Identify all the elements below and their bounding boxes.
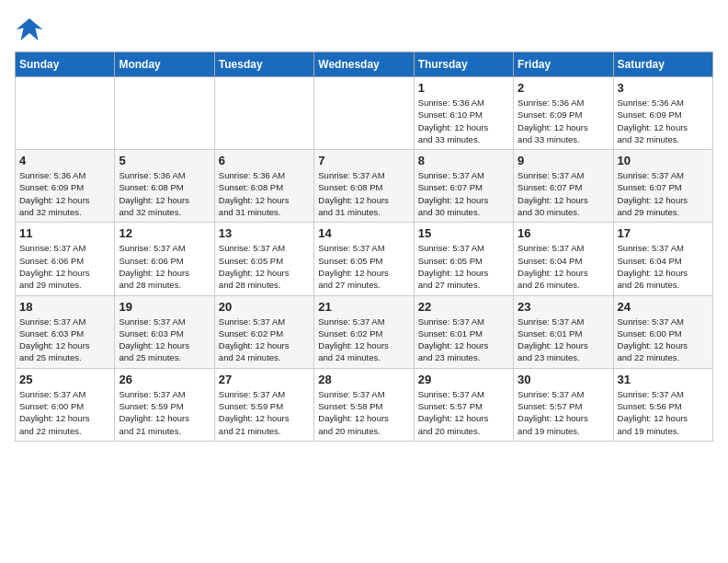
day-info: Sunrise: 5:37 AM Sunset: 6:04 PM Dayligh… [518, 242, 609, 291]
header [15, 15, 713, 44]
weekday-header-row: Sunday Monday Tuesday Wednesday Thursday… [16, 52, 713, 77]
day-info: Sunrise: 5:37 AM Sunset: 6:08 PM Dayligh… [318, 169, 409, 218]
header-thursday: Thursday [414, 52, 513, 77]
svg-marker-0 [17, 18, 43, 40]
day-number: 29 [418, 373, 509, 386]
day-info: Sunrise: 5:37 AM Sunset: 6:01 PM Dayligh… [418, 316, 509, 364]
day-info: Sunrise: 5:37 AM Sunset: 6:00 PM Dayligh… [19, 388, 110, 437]
calendar-cell: 14Sunrise: 5:37 AM Sunset: 6:05 PM Dayli… [314, 223, 414, 295]
calendar-week-4: 18Sunrise: 5:37 AM Sunset: 6:03 PM Dayli… [16, 295, 713, 368]
day-number: 25 [19, 373, 110, 386]
day-number: 23 [518, 300, 609, 314]
day-number: 22 [418, 300, 509, 314]
header-friday: Friday [514, 52, 613, 77]
day-info: Sunrise: 5:37 AM Sunset: 5:58 PM Dayligh… [318, 388, 409, 437]
calendar-cell [16, 77, 115, 150]
calendar-cell: 5Sunrise: 5:36 AM Sunset: 6:08 PM Daylig… [115, 150, 214, 223]
day-info: Sunrise: 5:37 AM Sunset: 5:59 PM Dayligh… [119, 388, 210, 437]
day-number: 18 [19, 300, 110, 314]
calendar-week-3: 11Sunrise: 5:37 AM Sunset: 6:06 PM Dayli… [16, 223, 713, 295]
day-info: Sunrise: 5:37 AM Sunset: 5:56 PM Dayligh… [618, 388, 709, 437]
day-number: 7 [318, 154, 409, 167]
logo-icon [15, 15, 44, 44]
day-info: Sunrise: 5:36 AM Sunset: 6:09 PM Dayligh… [19, 169, 110, 218]
day-info: Sunrise: 5:37 AM Sunset: 6:04 PM Dayligh… [618, 242, 709, 291]
day-number: 16 [518, 226, 609, 240]
header-sunday: Sunday [16, 52, 115, 77]
day-info: Sunrise: 5:37 AM Sunset: 6:06 PM Dayligh… [119, 242, 210, 291]
calendar-cell: 18Sunrise: 5:37 AM Sunset: 6:03 PM Dayli… [16, 295, 115, 368]
calendar-cell [115, 77, 214, 150]
day-number: 30 [518, 373, 609, 386]
calendar-cell [214, 77, 313, 150]
calendar-cell: 23Sunrise: 5:37 AM Sunset: 6:01 PM Dayli… [514, 295, 613, 368]
header-wednesday: Wednesday [314, 52, 414, 77]
calendar-cell: 9Sunrise: 5:37 AM Sunset: 6:07 PM Daylig… [514, 150, 613, 223]
calendar-cell: 29Sunrise: 5:37 AM Sunset: 5:57 PM Dayli… [414, 368, 513, 441]
day-info: Sunrise: 5:36 AM Sunset: 6:08 PM Dayligh… [219, 169, 310, 218]
calendar-cell [314, 77, 414, 150]
day-info: Sunrise: 5:36 AM Sunset: 6:08 PM Dayligh… [119, 169, 210, 218]
calendar-cell: 19Sunrise: 5:37 AM Sunset: 6:03 PM Dayli… [115, 295, 214, 368]
calendar-cell: 21Sunrise: 5:37 AM Sunset: 6:02 PM Dayli… [314, 295, 414, 368]
day-number: 24 [618, 300, 709, 314]
logo [15, 15, 48, 44]
header-monday: Monday [115, 52, 214, 77]
calendar-cell: 26Sunrise: 5:37 AM Sunset: 5:59 PM Dayli… [115, 368, 214, 441]
day-number: 26 [119, 373, 210, 386]
day-number: 20 [219, 300, 310, 314]
day-number: 15 [418, 226, 509, 240]
day-info: Sunrise: 5:37 AM Sunset: 6:00 PM Dayligh… [618, 316, 709, 364]
day-number: 11 [19, 226, 110, 240]
calendar-cell: 4Sunrise: 5:36 AM Sunset: 6:09 PM Daylig… [16, 150, 115, 223]
header-tuesday: Tuesday [214, 52, 313, 77]
day-number: 5 [119, 154, 210, 167]
calendar-cell: 12Sunrise: 5:37 AM Sunset: 6:06 PM Dayli… [115, 223, 214, 295]
day-info: Sunrise: 5:37 AM Sunset: 6:03 PM Dayligh… [19, 316, 110, 364]
day-info: Sunrise: 5:37 AM Sunset: 6:02 PM Dayligh… [318, 316, 409, 364]
calendar-body: 1Sunrise: 5:36 AM Sunset: 6:10 PM Daylig… [16, 77, 713, 442]
calendar-cell: 24Sunrise: 5:37 AM Sunset: 6:00 PM Dayli… [613, 295, 712, 368]
calendar-cell: 20Sunrise: 5:37 AM Sunset: 6:02 PM Dayli… [214, 295, 313, 368]
day-number: 8 [418, 154, 509, 167]
calendar-cell: 15Sunrise: 5:37 AM Sunset: 6:05 PM Dayli… [414, 223, 513, 295]
day-number: 13 [219, 226, 310, 240]
day-info: Sunrise: 5:37 AM Sunset: 6:07 PM Dayligh… [418, 169, 509, 218]
day-info: Sunrise: 5:37 AM Sunset: 6:05 PM Dayligh… [318, 242, 409, 291]
calendar-cell: 8Sunrise: 5:37 AM Sunset: 6:07 PM Daylig… [414, 150, 513, 223]
day-info: Sunrise: 5:37 AM Sunset: 6:02 PM Dayligh… [219, 316, 310, 364]
calendar-cell: 11Sunrise: 5:37 AM Sunset: 6:06 PM Dayli… [16, 223, 115, 295]
day-info: Sunrise: 5:37 AM Sunset: 6:05 PM Dayligh… [418, 242, 509, 291]
calendar-cell: 22Sunrise: 5:37 AM Sunset: 6:01 PM Dayli… [414, 295, 513, 368]
day-info: Sunrise: 5:36 AM Sunset: 6:09 PM Dayligh… [618, 97, 709, 145]
day-number: 9 [518, 154, 609, 167]
day-info: Sunrise: 5:37 AM Sunset: 6:06 PM Dayligh… [19, 242, 110, 291]
day-info: Sunrise: 5:37 AM Sunset: 6:07 PM Dayligh… [518, 169, 609, 218]
day-number: 14 [318, 226, 409, 240]
day-info: Sunrise: 5:37 AM Sunset: 6:03 PM Dayligh… [119, 316, 210, 364]
day-number: 31 [618, 373, 709, 386]
calendar-week-1: 1Sunrise: 5:36 AM Sunset: 6:10 PM Daylig… [16, 77, 713, 150]
day-number: 21 [318, 300, 409, 314]
calendar-week-5: 25Sunrise: 5:37 AM Sunset: 6:00 PM Dayli… [16, 368, 713, 441]
calendar-cell: 3Sunrise: 5:36 AM Sunset: 6:09 PM Daylig… [613, 77, 712, 150]
day-number: 1 [418, 81, 509, 95]
day-info: Sunrise: 5:37 AM Sunset: 6:01 PM Dayligh… [518, 316, 609, 364]
calendar-cell: 31Sunrise: 5:37 AM Sunset: 5:56 PM Dayli… [613, 368, 712, 441]
day-info: Sunrise: 5:37 AM Sunset: 6:05 PM Dayligh… [219, 242, 310, 291]
day-number: 3 [618, 81, 709, 95]
day-number: 27 [219, 373, 310, 386]
calendar-cell: 10Sunrise: 5:37 AM Sunset: 6:07 PM Dayli… [613, 150, 712, 223]
day-info: Sunrise: 5:37 AM Sunset: 5:57 PM Dayligh… [418, 388, 509, 437]
calendar-cell: 13Sunrise: 5:37 AM Sunset: 6:05 PM Dayli… [214, 223, 313, 295]
calendar-cell: 17Sunrise: 5:37 AM Sunset: 6:04 PM Dayli… [613, 223, 712, 295]
day-number: 19 [119, 300, 210, 314]
day-info: Sunrise: 5:36 AM Sunset: 6:09 PM Dayligh… [518, 97, 609, 145]
day-number: 12 [119, 226, 210, 240]
day-info: Sunrise: 5:37 AM Sunset: 5:57 PM Dayligh… [518, 388, 609, 437]
day-number: 2 [518, 81, 609, 95]
calendar-cell: 28Sunrise: 5:37 AM Sunset: 5:58 PM Dayli… [314, 368, 414, 441]
day-info: Sunrise: 5:37 AM Sunset: 6:07 PM Dayligh… [618, 169, 709, 218]
calendar-cell: 2Sunrise: 5:36 AM Sunset: 6:09 PM Daylig… [514, 77, 613, 150]
day-info: Sunrise: 5:37 AM Sunset: 5:59 PM Dayligh… [219, 388, 310, 437]
